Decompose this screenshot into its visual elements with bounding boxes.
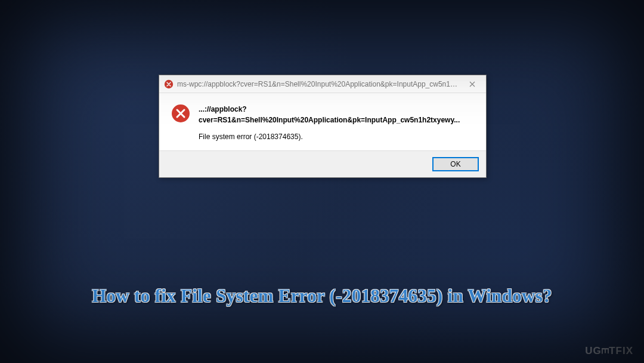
error-dialog: ms-wpc://appblock?cver=RS1&n=Shell%20Inp… bbox=[159, 75, 487, 178]
watermark-rotated: E bbox=[599, 347, 611, 355]
watermark-suffix: TFIX bbox=[609, 345, 633, 356]
close-icon bbox=[469, 81, 475, 87]
dialog-title: ms-wpc://appblock?cver=RS1&n=Shell%20Inp… bbox=[177, 80, 459, 88]
watermark: UGETFIX bbox=[585, 345, 633, 357]
page-caption: How to fix File System Error (-201837463… bbox=[0, 285, 644, 307]
dialog-body: ...://appblock?cver=RS1&n=Shell%20Input%… bbox=[159, 93, 486, 150]
title-bar: ms-wpc://appblock?cver=RS1&n=Shell%20Inp… bbox=[159, 75, 486, 93]
close-button[interactable] bbox=[459, 75, 486, 93]
dialog-footer: OK bbox=[159, 150, 486, 177]
vignette-overlay bbox=[0, 0, 644, 363]
dialog-message: File system error (-2018374635). bbox=[199, 131, 474, 142]
ok-button[interactable]: OK bbox=[432, 157, 479, 171]
error-icon-small bbox=[164, 79, 174, 89]
error-icon bbox=[171, 104, 190, 123]
dialog-heading: ...://appblock?cver=RS1&n=Shell%20Input%… bbox=[199, 104, 474, 125]
dialog-text: ...://appblock?cver=RS1&n=Shell%20Input%… bbox=[199, 104, 474, 142]
